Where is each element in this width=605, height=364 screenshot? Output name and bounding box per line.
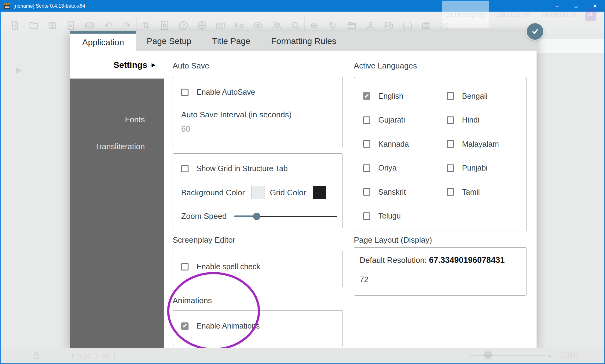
settings-dialog: Application Page Setup Title Page Format… [70, 31, 537, 348]
settings-dialog-body: Settings ▶ Fonts Transliteration Auto Sa… [70, 51, 537, 348]
save-icon[interactable] [43, 16, 61, 35]
tab-structure[interactable]: Structure [489, 1, 536, 28]
language-item[interactable]: English [363, 91, 447, 101]
field-underline [179, 136, 336, 136]
auto-save-heading: Auto Save [173, 61, 209, 71]
spell-check-row[interactable]: Enable spell check [181, 262, 334, 271]
slider-thumb[interactable] [253, 213, 260, 220]
screenplay-editor-group: Enable spell check [173, 251, 343, 287]
zoom-speed-label: Zoom Speed [181, 211, 227, 221]
zoom-in-button[interactable]: + [548, 352, 552, 361]
animations-group: Enable Animations [173, 310, 343, 346]
language-item[interactable]: Malayalam [447, 139, 526, 149]
spell-check-label: Enable spell check [196, 262, 260, 271]
slider-track [470, 355, 545, 356]
enable-autosave-checkbox[interactable] [181, 89, 189, 96]
active-languages-heading: Active Languages [354, 61, 417, 71]
editor-ruler-strip [536, 39, 605, 53]
grid-colors-row: Background Color Grid Color [181, 186, 337, 199]
check-icon [531, 27, 539, 36]
animations-heading: Animations [173, 296, 212, 305]
settings-sidebar: Fonts Transliteration [70, 79, 164, 348]
grid-color-label: Grid Color [270, 188, 306, 197]
sidebar-item-settings[interactable]: Settings ▶ [70, 51, 164, 79]
enable-animations-checkbox[interactable] [181, 322, 189, 330]
active-languages-group: English Bengali Gujarati Hindi Kannada M… [354, 77, 526, 231]
language-item[interactable]: Telugu [363, 211, 447, 221]
sidebar-item-fonts[interactable]: Fonts [125, 115, 145, 124]
language-checkbox[interactable] [447, 188, 454, 196]
sidebar-item-transliteration[interactable]: Transliteration [95, 142, 145, 151]
scrite-logo-icon: »L [585, 8, 597, 21]
enable-autosave-row[interactable]: Enable AutoSave [181, 88, 334, 97]
zoom-level: 100% [559, 351, 580, 360]
default-resolution-value: 67.33490196078431 [429, 256, 505, 265]
status-bar: Page 1 of 1 + 100% [1, 348, 604, 363]
language-checkbox[interactable] [447, 164, 454, 172]
background-color-label: Background Color [181, 188, 245, 197]
language-item[interactable]: Tamil [447, 187, 526, 197]
spell-check-checkbox[interactable] [181, 263, 189, 270]
sidebar-expand-chevron-icon[interactable]: ▶ [16, 65, 22, 75]
lock-icon[interactable] [32, 351, 40, 361]
tab-page-setup[interactable]: Page Setup [136, 31, 202, 51]
language-checkbox[interactable] [363, 188, 370, 196]
enable-animations-row[interactable]: Enable Animations [181, 322, 334, 330]
structure-settings-group: Show Grid in Structure Tab Background Co… [173, 153, 343, 228]
new-document-icon[interactable] [6, 16, 24, 35]
default-resolution-label: Default Resolution: [360, 256, 427, 265]
autosave-interval-field[interactable]: 60 [181, 124, 334, 134]
open-file-icon[interactable] [24, 16, 43, 35]
default-resolution-row: Default Resolution: 67.33490196078431 [360, 256, 521, 265]
language-checkbox[interactable] [447, 92, 454, 100]
editor-zoom-slider[interactable] [470, 351, 545, 359]
language-item[interactable]: Sanskrit [363, 187, 447, 197]
page-layout-heading: Page Layout (Display) [354, 235, 432, 245]
show-grid-label: Show Grid in Structure Tab [196, 164, 288, 173]
autosave-interval-label: Auto Save Interval (in seconds) [181, 110, 334, 119]
tab-formatting-rules[interactable]: Formatting Rules [261, 31, 346, 51]
language-item[interactable]: Hindi [447, 116, 526, 125]
language-item[interactable]: Bengali [447, 91, 526, 101]
language-checkbox[interactable] [363, 140, 370, 148]
tab-notebook[interactable]: Notebook [536, 1, 583, 28]
clapperboard-app-icon [4, 3, 10, 9]
tab-application[interactable]: Application [70, 31, 136, 51]
grid-color-swatch[interactable] [313, 186, 326, 199]
page-layout-group: Default Resolution: 67.33490196078431 72 [354, 247, 526, 296]
background-color-swatch[interactable] [251, 186, 265, 199]
language-checkbox[interactable] [363, 116, 370, 124]
settings-tab-bar: Application Page Setup Title Page Format… [70, 31, 537, 51]
tab-screenplay[interactable]: Screenplay [442, 1, 489, 28]
language-checkbox[interactable] [363, 212, 370, 220]
enable-autosave-label: Enable AutoSave [196, 88, 255, 97]
svg-text:?: ? [182, 23, 185, 29]
page-indicator: Page 1 of 1 [72, 351, 117, 361]
chevron-right-icon: ▶ [152, 62, 156, 68]
window-title: [noname] Scrite 0.4.13-beta-x64 [13, 3, 85, 9]
zoom-speed-slider[interactable] [234, 213, 337, 220]
language-item[interactable]: Gujarati [363, 116, 447, 125]
app-window: [noname] Scrite 0.4.13-beta-x64 – □ ✕ S … [0, 0, 605, 364]
language-checkbox[interactable] [447, 140, 454, 148]
slider-thumb[interactable] [484, 351, 492, 359]
language-item[interactable]: Oriya [363, 164, 447, 173]
screenplay-editor-heading: Screenplay Editor [173, 235, 235, 245]
language-checkbox[interactable] [363, 92, 370, 100]
confirm-settings-button[interactable] [527, 23, 543, 40]
field-underline [360, 287, 521, 287]
language-item[interactable]: Punjabi [447, 164, 526, 173]
language-checkbox[interactable] [363, 164, 370, 172]
svg-text:S: S [88, 24, 91, 28]
show-grid-checkbox[interactable] [181, 165, 189, 172]
view-switcher: Screenplay Structure Notebook [442, 1, 583, 28]
enable-animations-label: Enable Animations [196, 322, 260, 330]
show-grid-row[interactable]: Show Grid in Structure Tab [181, 164, 337, 173]
zoom-speed-row: Zoom Speed [181, 211, 337, 221]
language-checkbox[interactable] [447, 116, 454, 124]
resolution-field[interactable]: 72 [360, 275, 521, 284]
auto-save-group: Enable AutoSave Auto Save Interval (in s… [173, 77, 343, 147]
tab-title-page[interactable]: Title Page [202, 31, 261, 51]
language-item[interactable]: Kannada [363, 139, 447, 149]
